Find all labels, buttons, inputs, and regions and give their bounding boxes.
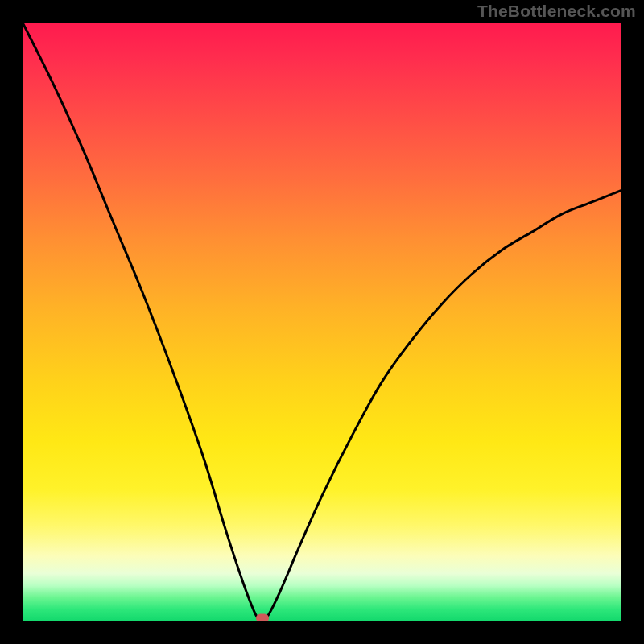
bottleneck-curve: [23, 23, 621, 621]
watermark-text: TheBottleneck.com: [477, 2, 636, 21]
optimum-marker: [256, 614, 269, 622]
plot-area: [23, 23, 621, 621]
chart-frame: TheBottleneck.com: [0, 0, 644, 644]
